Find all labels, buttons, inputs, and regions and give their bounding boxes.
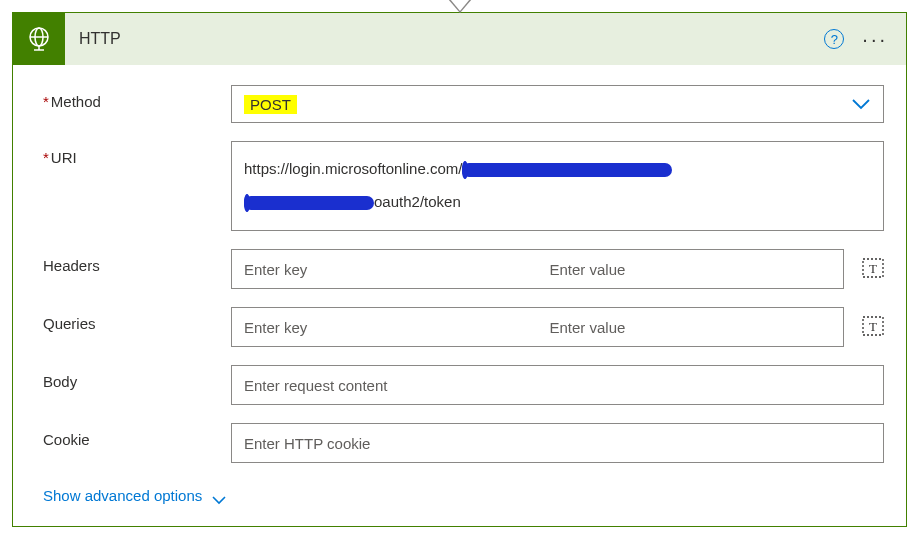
switch-to-text-mode-icon[interactable]: T [862, 316, 884, 339]
body-row: Body [43, 365, 884, 405]
queries-key-input[interactable] [232, 308, 538, 346]
uri-label: *URI [43, 141, 231, 166]
advanced-link-label: Show advanced options [43, 487, 202, 504]
body-input[interactable] [232, 366, 883, 404]
headers-row: Headers T [43, 249, 884, 289]
uri-row: *URI https://login.microsoftonline.com/ … [43, 141, 884, 231]
redaction-mark [244, 196, 374, 210]
headers-label: Headers [43, 249, 231, 274]
method-row: *Method POST [43, 85, 884, 123]
queries-kv [231, 307, 844, 347]
switch-to-text-mode-icon[interactable]: T [862, 258, 884, 281]
cookie-label: Cookie [43, 423, 231, 448]
chevron-down-icon [212, 491, 226, 500]
uri-input[interactable]: https://login.microsoftonline.com/ oauth… [231, 141, 884, 231]
svg-text:T: T [869, 261, 877, 276]
headers-value-input[interactable] [538, 250, 844, 288]
cookie-row: Cookie [43, 423, 884, 463]
svg-text:T: T [869, 319, 877, 334]
queries-label: Queries [43, 307, 231, 332]
method-label: *Method [43, 85, 231, 110]
headers-kv [231, 249, 844, 289]
body-label: Body [43, 365, 231, 390]
body-input-wrap [231, 365, 884, 405]
connector-arrow-icon [448, 0, 472, 13]
card-body: *Method POST *URI https://login.microsof… [13, 65, 906, 526]
uri-text-prefix: https://login.microsoftonline.com/ [244, 160, 462, 177]
more-menu-icon[interactable]: ··· [862, 29, 888, 49]
uri-text-suffix: oauth2/token [374, 193, 461, 210]
method-dropdown[interactable]: POST [231, 85, 884, 123]
headers-key-input[interactable] [232, 250, 538, 288]
http-action-card: HTTP ? ··· *Method POST *URI [12, 12, 907, 527]
card-header[interactable]: HTTP ? ··· [13, 13, 906, 65]
redaction-mark [462, 163, 672, 177]
help-icon[interactable]: ? [824, 29, 844, 49]
chevron-down-icon [851, 98, 871, 110]
queries-row: Queries T [43, 307, 884, 347]
http-globe-icon [13, 13, 65, 65]
card-title: HTTP [79, 30, 824, 48]
show-advanced-options-link[interactable]: Show advanced options [43, 487, 226, 504]
cookie-input-wrap [231, 423, 884, 463]
cookie-input[interactable] [232, 424, 883, 462]
method-value: POST [244, 95, 297, 114]
queries-value-input[interactable] [538, 308, 844, 346]
